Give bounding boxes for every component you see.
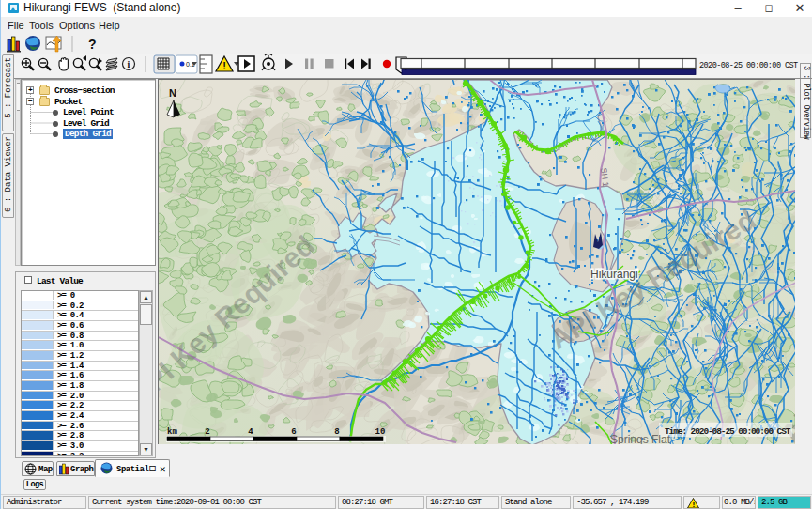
svg-text:N: N — [169, 87, 176, 99]
svg-text:2: 2 — [205, 427, 209, 437]
svg-text:2020-08-25 00:00:00 CST: 2020-08-25 00:00:00 CST — [699, 61, 798, 70]
svg-text:km: km — [167, 427, 177, 437]
svg-text:Time: 2020-08-25 00:00:00 CST: Time: 2020-08-25 00:00:00 CST — [665, 426, 791, 437]
svg-text:6: 6 — [291, 427, 296, 437]
svg-text:i: i — [128, 59, 130, 69]
svg-text:10: 10 — [375, 427, 386, 437]
svg-text:Hikurangi: Hikurangi — [590, 268, 638, 281]
svg-text:8: 8 — [334, 427, 339, 437]
svg-text:!: ! — [692, 501, 696, 509]
svg-text:?: ? — [88, 37, 97, 52]
svg-text:4: 4 — [248, 427, 253, 437]
svg-text:Springs Flat: Springs Flat — [610, 433, 671, 444]
svg-text:!: ! — [222, 60, 226, 71]
